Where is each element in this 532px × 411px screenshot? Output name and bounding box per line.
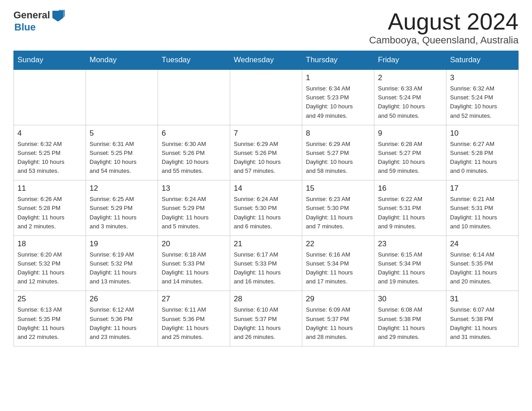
- day-info: Sunrise: 6:32 AMSunset: 5:24 PMDaylight:…: [450, 84, 515, 120]
- calendar-cell: 14Sunrise: 6:24 AMSunset: 5:30 PMDayligh…: [230, 180, 302, 236]
- calendar-cell: 6Sunrise: 6:30 AMSunset: 5:26 PMDaylight…: [158, 125, 230, 180]
- svg-marker-1: [59, 10, 65, 21]
- day-info: Sunrise: 6:23 AMSunset: 5:30 PMDaylight:…: [306, 195, 370, 231]
- calendar-cell: 5Sunrise: 6:31 AMSunset: 5:25 PMDaylight…: [86, 125, 158, 180]
- calendar-cell: 23Sunrise: 6:15 AMSunset: 5:34 PMDayligh…: [374, 235, 446, 291]
- calendar-cell: 17Sunrise: 6:21 AMSunset: 5:31 PMDayligh…: [446, 180, 519, 236]
- day-number: 8: [306, 129, 370, 138]
- day-number: 1: [306, 73, 370, 82]
- day-number: 10: [450, 129, 515, 138]
- logo-icon: [51, 9, 65, 21]
- calendar-cell: 9Sunrise: 6:28 AMSunset: 5:27 PMDaylight…: [374, 125, 446, 180]
- calendar-week-5: 25Sunrise: 6:13 AMSunset: 5:35 PMDayligh…: [14, 291, 519, 347]
- day-number: 20: [162, 240, 226, 248]
- calendar-cell: 13Sunrise: 6:24 AMSunset: 5:29 PMDayligh…: [158, 180, 230, 236]
- calendar-cell: 4Sunrise: 6:32 AMSunset: 5:25 PMDaylight…: [14, 125, 86, 180]
- header-tuesday: Tuesday: [158, 51, 230, 70]
- day-info: Sunrise: 6:18 AMSunset: 5:33 PMDaylight:…: [162, 250, 226, 287]
- day-number: 18: [17, 240, 82, 248]
- day-number: 11: [17, 184, 82, 193]
- calendar-cell: 7Sunrise: 6:29 AMSunset: 5:26 PMDaylight…: [230, 125, 302, 180]
- day-number: 3: [450, 73, 515, 82]
- day-info: Sunrise: 6:11 AMSunset: 5:36 PMDaylight:…: [162, 305, 226, 342]
- day-number: 24: [450, 240, 515, 248]
- day-number: 26: [90, 295, 154, 304]
- calendar-cell: 8Sunrise: 6:29 AMSunset: 5:27 PMDaylight…: [302, 125, 374, 180]
- day-info: Sunrise: 6:14 AMSunset: 5:35 PMDaylight:…: [450, 250, 515, 287]
- calendar-cell: [86, 69, 158, 125]
- calendar-table: SundayMondayTuesdayWednesdayThursdayFrid…: [13, 51, 519, 347]
- day-info: Sunrise: 6:24 AMSunset: 5:29 PMDaylight:…: [162, 195, 226, 231]
- calendar-cell: 18Sunrise: 6:20 AMSunset: 5:32 PMDayligh…: [14, 235, 86, 291]
- day-number: 9: [378, 129, 442, 138]
- day-info: Sunrise: 6:17 AMSunset: 5:33 PMDaylight:…: [234, 250, 298, 287]
- day-info: Sunrise: 6:34 AMSunset: 5:23 PMDaylight:…: [306, 84, 370, 120]
- calendar-cell: 29Sunrise: 6:09 AMSunset: 5:37 PMDayligh…: [302, 291, 374, 347]
- calendar-cell: 3Sunrise: 6:32 AMSunset: 5:24 PMDaylight…: [446, 69, 519, 125]
- logo-general-text: General: [13, 9, 50, 21]
- day-number: 19: [90, 240, 154, 248]
- day-info: Sunrise: 6:26 AMSunset: 5:28 PMDaylight:…: [17, 195, 82, 231]
- calendar-cell: 1Sunrise: 6:34 AMSunset: 5:23 PMDaylight…: [302, 69, 374, 125]
- calendar-cell: 22Sunrise: 6:16 AMSunset: 5:34 PMDayligh…: [302, 235, 374, 291]
- calendar-cell: 20Sunrise: 6:18 AMSunset: 5:33 PMDayligh…: [158, 235, 230, 291]
- day-number: 16: [378, 184, 442, 193]
- calendar-cell: 15Sunrise: 6:23 AMSunset: 5:30 PMDayligh…: [302, 180, 374, 236]
- day-number: 30: [378, 295, 442, 304]
- day-info: Sunrise: 6:29 AMSunset: 5:27 PMDaylight:…: [306, 140, 370, 176]
- calendar-header-row: SundayMondayTuesdayWednesdayThursdayFrid…: [14, 51, 519, 70]
- day-number: 28: [234, 295, 298, 304]
- day-info: Sunrise: 6:28 AMSunset: 5:27 PMDaylight:…: [378, 140, 442, 176]
- day-number: 15: [306, 184, 370, 193]
- header-friday: Friday: [374, 51, 446, 70]
- calendar-cell: 30Sunrise: 6:08 AMSunset: 5:38 PMDayligh…: [374, 291, 446, 347]
- calendar-week-2: 4Sunrise: 6:32 AMSunset: 5:25 PMDaylight…: [14, 125, 519, 180]
- day-number: 27: [162, 295, 226, 304]
- day-number: 29: [306, 295, 370, 304]
- title-area: August 2024 Cambooya, Queensland, Austra…: [369, 9, 519, 46]
- header-sunday: Sunday: [14, 51, 86, 70]
- calendar-cell: 19Sunrise: 6:19 AMSunset: 5:32 PMDayligh…: [86, 235, 158, 291]
- day-number: 13: [162, 184, 226, 193]
- day-number: 2: [378, 73, 442, 82]
- day-number: 25: [17, 295, 82, 304]
- day-info: Sunrise: 6:24 AMSunset: 5:30 PMDaylight:…: [234, 195, 298, 231]
- header-wednesday: Wednesday: [230, 51, 302, 70]
- day-number: 23: [378, 240, 442, 248]
- month-title: August 2024: [369, 9, 519, 34]
- day-number: 22: [306, 240, 370, 248]
- day-info: Sunrise: 6:30 AMSunset: 5:26 PMDaylight:…: [162, 140, 226, 176]
- day-info: Sunrise: 6:19 AMSunset: 5:32 PMDaylight:…: [90, 250, 154, 287]
- day-info: Sunrise: 6:22 AMSunset: 5:31 PMDaylight:…: [378, 195, 442, 231]
- day-info: Sunrise: 6:10 AMSunset: 5:37 PMDaylight:…: [234, 305, 298, 342]
- day-number: 7: [234, 129, 298, 138]
- calendar-cell: 28Sunrise: 6:10 AMSunset: 5:37 PMDayligh…: [230, 291, 302, 347]
- calendar-cell: 11Sunrise: 6:26 AMSunset: 5:28 PMDayligh…: [14, 180, 86, 236]
- day-info: Sunrise: 6:12 AMSunset: 5:36 PMDaylight:…: [90, 305, 154, 342]
- day-info: Sunrise: 6:33 AMSunset: 5:24 PMDaylight:…: [378, 84, 442, 120]
- day-number: 21: [234, 240, 298, 248]
- logo-blue-text: Blue: [14, 21, 36, 33]
- day-number: 6: [162, 129, 226, 138]
- day-info: Sunrise: 6:27 AMSunset: 5:28 PMDaylight:…: [450, 140, 515, 176]
- day-info: Sunrise: 6:29 AMSunset: 5:26 PMDaylight:…: [234, 140, 298, 176]
- header-monday: Monday: [86, 51, 158, 70]
- calendar-cell: 16Sunrise: 6:22 AMSunset: 5:31 PMDayligh…: [374, 180, 446, 236]
- day-info: Sunrise: 6:16 AMSunset: 5:34 PMDaylight:…: [306, 250, 370, 287]
- calendar-cell: 25Sunrise: 6:13 AMSunset: 5:35 PMDayligh…: [14, 291, 86, 347]
- calendar-cell: 26Sunrise: 6:12 AMSunset: 5:36 PMDayligh…: [86, 291, 158, 347]
- day-info: Sunrise: 6:09 AMSunset: 5:37 PMDaylight:…: [306, 305, 370, 342]
- calendar-cell: [14, 69, 86, 125]
- calendar-cell: 21Sunrise: 6:17 AMSunset: 5:33 PMDayligh…: [230, 235, 302, 291]
- day-info: Sunrise: 6:15 AMSunset: 5:34 PMDaylight:…: [378, 250, 442, 287]
- calendar-cell: [230, 69, 302, 125]
- header-saturday: Saturday: [446, 51, 519, 70]
- day-number: 17: [450, 184, 515, 193]
- day-number: 12: [90, 184, 154, 193]
- day-number: 5: [90, 129, 154, 138]
- day-number: 4: [17, 129, 82, 138]
- day-info: Sunrise: 6:13 AMSunset: 5:35 PMDaylight:…: [17, 305, 82, 342]
- calendar-cell: 10Sunrise: 6:27 AMSunset: 5:28 PMDayligh…: [446, 125, 519, 180]
- day-number: 31: [450, 295, 515, 304]
- logo: General Blue: [13, 9, 65, 33]
